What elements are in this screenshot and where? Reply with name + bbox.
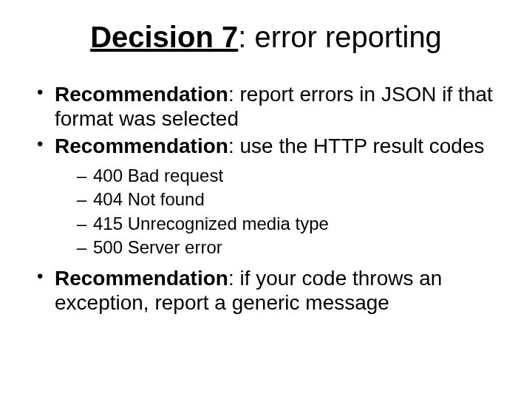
item-label: Recommendation <box>55 267 228 290</box>
title-rest: : error reporting <box>238 21 442 53</box>
list-item: Recommendation: use the HTTP result code… <box>35 134 502 260</box>
sub-item: 415 Unrecognized media type <box>77 212 502 236</box>
item-label: Recommendation <box>55 134 228 157</box>
sub-item: 400 Bad request <box>77 164 502 188</box>
list-item: Recommendation: if your code throws an e… <box>35 266 502 315</box>
bullet-list: Recommendation: report errors in JSON if… <box>30 82 502 315</box>
item-text: : use the HTTP result codes <box>228 134 485 157</box>
slide-title: Decision 7: error reporting <box>30 21 502 54</box>
sub-item: 404 Not found <box>77 188 502 211</box>
sub-item: 500 Server error <box>77 236 502 259</box>
sub-list: 400 Bad request 404 Not found 415 Unreco… <box>55 164 502 260</box>
item-label: Recommendation <box>55 83 228 106</box>
list-item: Recommendation: report errors in JSON if… <box>35 82 502 131</box>
title-strong: Decision 7 <box>90 21 238 53</box>
